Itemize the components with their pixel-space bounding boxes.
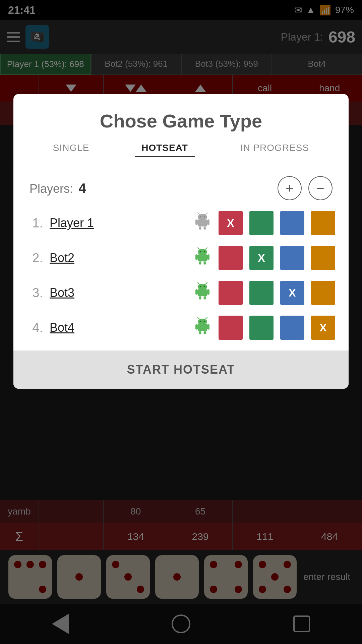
svg-rect-14: [199, 261, 201, 264]
svg-rect-34: [199, 331, 201, 334]
color-swatch-3-blue[interactable]: X: [280, 281, 304, 305]
color-swatch-1-red[interactable]: X: [219, 211, 243, 235]
color-swatch-2-orange[interactable]: [311, 246, 335, 270]
players-count-left: Players: 4: [29, 181, 86, 196]
color-swatch-4-blue[interactable]: [280, 316, 304, 340]
svg-point-10: [198, 249, 207, 255]
player-rows-container: 1.Player 1 X2.Bot2: [13, 206, 349, 345]
color-swatch-3-green[interactable]: [249, 281, 274, 305]
modal-title: Chose Game Type: [13, 94, 349, 140]
start-hotseat-button[interactable]: START HOTSEAT: [13, 351, 349, 389]
svg-line-38: [198, 318, 199, 319]
svg-line-18: [198, 248, 199, 250]
color-swatch-1-blue[interactable]: [280, 211, 304, 235]
svg-point-26: [200, 286, 201, 287]
svg-rect-35: [204, 331, 206, 334]
choose-game-modal: Chose Game Type SINGLE HOTSEAT IN PROGRE…: [13, 94, 349, 389]
svg-point-36: [200, 321, 201, 322]
tab-in-progress[interactable]: IN PROGRESS: [234, 140, 316, 157]
svg-point-17: [204, 251, 205, 253]
modal-tabs: SINGLE HOTSEAT IN PROGRESS: [13, 140, 349, 165]
player-row-1: 1.Player 1 X: [13, 206, 349, 240]
svg-rect-2: [195, 219, 198, 225]
svg-rect-24: [199, 296, 201, 299]
tab-single[interactable]: SINGLE: [46, 140, 96, 157]
player-num-4: 4.: [27, 321, 43, 335]
player-count-buttons: + −: [278, 176, 333, 200]
color-swatch-1-green[interactable]: [249, 211, 274, 235]
color-swatch-2-green[interactable]: X: [249, 246, 274, 270]
players-count-row: Players: 4 + −: [13, 165, 349, 206]
tab-hotseat[interactable]: HOTSEAT: [135, 140, 195, 157]
player-name-2[interactable]: Bot2: [50, 251, 186, 265]
svg-rect-33: [207, 324, 209, 329]
color-swatch-3-red[interactable]: [219, 281, 243, 305]
color-swatch-2-blue[interactable]: [280, 246, 304, 270]
svg-line-19: [205, 248, 207, 250]
svg-point-27: [204, 286, 205, 287]
color-swatch-4-red[interactable]: [219, 316, 243, 340]
svg-rect-22: [195, 289, 198, 294]
player-name-4[interactable]: Bot4: [50, 321, 186, 335]
svg-point-16: [200, 251, 201, 253]
android-icon-3[interactable]: [193, 281, 212, 304]
android-icon-1[interactable]: [193, 212, 212, 234]
players-count-label: Players:: [29, 182, 73, 196]
player-num-3: 3.: [27, 286, 43, 300]
svg-rect-32: [195, 324, 198, 329]
svg-line-29: [205, 283, 207, 284]
color-swatch-2-red[interactable]: [219, 246, 243, 270]
color-swatch-1-orange[interactable]: [311, 211, 335, 235]
svg-rect-21: [198, 289, 207, 296]
player-name-3[interactable]: Bot3: [50, 286, 186, 300]
color-swatch-3-orange[interactable]: [311, 281, 335, 305]
color-swatch-4-orange[interactable]: X: [311, 316, 335, 340]
svg-rect-3: [207, 219, 209, 225]
svg-point-6: [200, 216, 201, 218]
svg-point-37: [204, 321, 205, 322]
svg-rect-15: [204, 261, 206, 264]
svg-rect-31: [198, 324, 207, 331]
svg-rect-23: [207, 289, 209, 294]
player-row-2: 2.Bot2 X: [13, 240, 349, 275]
color-swatch-4-green[interactable]: [249, 316, 274, 340]
svg-point-20: [198, 284, 207, 290]
players-count-value: 4: [79, 181, 86, 196]
svg-line-28: [198, 283, 199, 284]
svg-rect-25: [204, 296, 206, 299]
player-num-2: 2.: [27, 251, 43, 265]
android-icon-4[interactable]: [193, 316, 212, 339]
svg-rect-11: [198, 254, 207, 261]
svg-rect-12: [195, 254, 198, 260]
player-name-1[interactable]: Player 1: [50, 216, 186, 230]
android-icon-2[interactable]: [193, 247, 212, 269]
remove-player-button[interactable]: −: [308, 176, 333, 200]
svg-rect-13: [207, 254, 209, 260]
svg-point-7: [204, 216, 205, 218]
svg-rect-5: [204, 226, 206, 229]
add-player-button[interactable]: +: [278, 176, 302, 200]
svg-point-0: [198, 214, 207, 220]
player-row-3: 3.Bot3 X: [13, 275, 349, 310]
player-row-4: 4.Bot4 X: [13, 310, 349, 345]
svg-rect-4: [199, 226, 201, 229]
svg-line-8: [198, 213, 199, 215]
player-num-1: 1.: [27, 216, 43, 230]
svg-line-39: [205, 318, 207, 319]
svg-point-30: [198, 319, 207, 325]
svg-rect-1: [198, 219, 207, 226]
svg-line-9: [205, 213, 207, 215]
